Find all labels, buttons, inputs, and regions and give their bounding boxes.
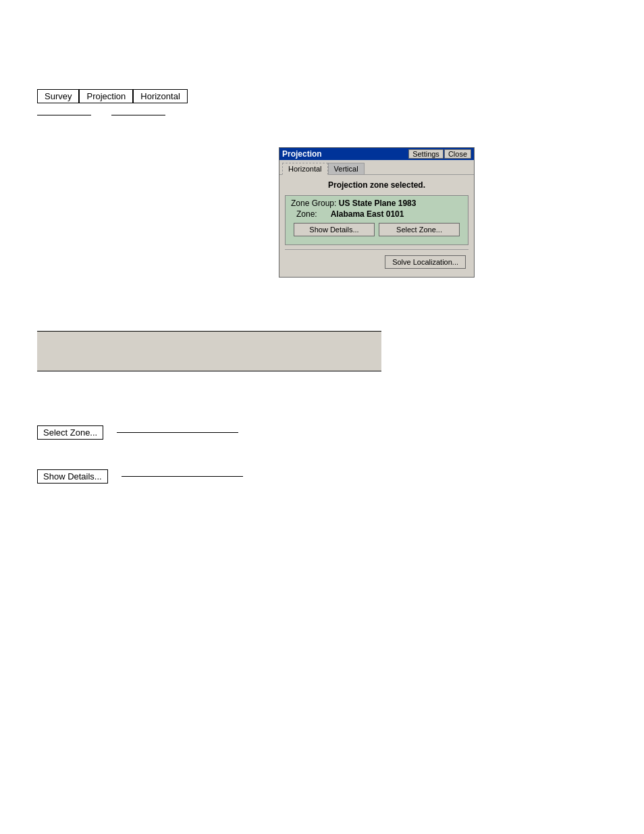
show-details-dialog-button[interactable]: Show Details... — [294, 223, 375, 236]
underline-row — [37, 115, 165, 115]
show-details-section: Show Details... — [37, 469, 243, 484]
dialog-title: Projection — [282, 149, 322, 159]
close-button[interactable]: Close — [444, 149, 471, 159]
select-zone-dialog-button[interactable]: Select Zone... — [379, 223, 460, 236]
zone-row: Zone: Alabama East 0101 — [291, 209, 462, 219]
dialog-tabs: Horizontal Vertical — [279, 160, 474, 175]
zone-label: Zone: — [296, 209, 317, 219]
tab-survey[interactable]: Survey — [37, 89, 79, 103]
dialog-inner-buttons: Show Details... Select Zone... — [291, 223, 462, 236]
underline-2 — [111, 115, 165, 115]
zone-group-label: Zone Group: — [291, 199, 336, 208]
show-details-underline — [122, 476, 243, 477]
dialog-info-box: Zone Group: US State Plane 1983 Zone: Al… — [285, 195, 468, 245]
underline-1 — [37, 115, 91, 115]
dialog-status-text: Projection zone selected. — [285, 180, 468, 190]
tab-horizontal[interactable]: Horizontal — [133, 89, 188, 103]
dialog-titlebar-buttons: Settings Close — [408, 149, 471, 159]
zone-group-value: US State Plane 1983 — [339, 199, 417, 208]
info-box-main — [37, 331, 381, 371]
top-tabs: Survey Projection Horizontal — [37, 89, 188, 103]
select-zone-section: Select Zone... — [37, 425, 238, 440]
zone-value: Alabama East 0101 — [331, 209, 404, 219]
select-zone-underline — [117, 432, 238, 433]
dialog-content: Projection zone selected. Zone Group: US… — [279, 175, 474, 277]
localization-row: Solve Localization... — [285, 253, 468, 271]
solve-localization-button[interactable]: Solve Localization... — [385, 255, 466, 269]
tab-projection[interactable]: Projection — [79, 89, 133, 103]
dialog-divider — [285, 249, 468, 250]
dialog-titlebar: Projection Settings Close — [279, 148, 474, 160]
projection-dialog: Projection Settings Close Horizontal Ver… — [279, 147, 475, 278]
dialog-tab-vertical[interactable]: Vertical — [328, 163, 365, 174]
zone-group-row: Zone Group: US State Plane 1983 — [291, 199, 462, 208]
select-zone-button[interactable]: Select Zone... — [37, 425, 103, 440]
settings-button[interactable]: Settings — [408, 149, 444, 159]
dialog-tab-horizontal[interactable]: Horizontal — [282, 163, 328, 175]
show-details-button[interactable]: Show Details... — [37, 469, 108, 484]
